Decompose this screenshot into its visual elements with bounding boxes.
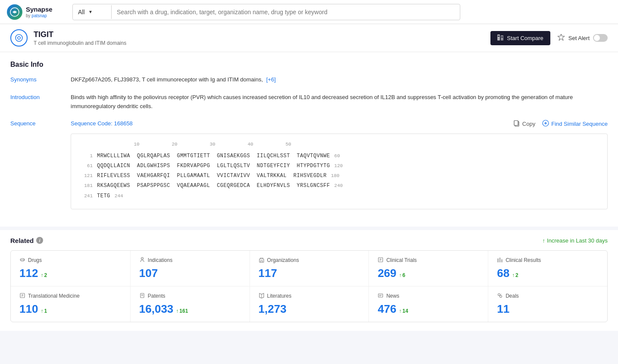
sequence-code-link[interactable]: Sequence Code: 168658 bbox=[71, 119, 133, 128]
clinical-results-increase: ↑ 2 bbox=[512, 272, 518, 278]
clinical-results-label: Clinical Results bbox=[506, 257, 541, 263]
entity-subtitle: T cell immunoglobulin and ITIM domains bbox=[34, 40, 126, 46]
related-cell-news[interactable]: News 476 ↑ 14 bbox=[368, 286, 488, 322]
indications-icon bbox=[139, 257, 145, 264]
translational-icon bbox=[19, 292, 25, 300]
filter-select-input[interactable]: All bbox=[78, 9, 85, 16]
svg-rect-3 bbox=[501, 35, 503, 40]
main-content: Basic Info Synonyms DKFZp667A205, FLJ398… bbox=[0, 52, 618, 227]
synonyms-label: Synonyms bbox=[10, 75, 71, 84]
related-cell-organizations[interactable]: Organizations 117 bbox=[250, 251, 369, 286]
news-count: 476 bbox=[378, 302, 396, 316]
clinical-trials-count: 269 bbox=[378, 267, 396, 280]
svg-point-12 bbox=[142, 258, 143, 259]
svg-rect-18 bbox=[497, 258, 499, 262]
svg-rect-4 bbox=[498, 36, 499, 37]
compare-label: Start Compare bbox=[507, 35, 543, 41]
start-compare-button[interactable]: Start Compare bbox=[490, 31, 550, 45]
related-header: Related i ↑ Increase in Last 30 days bbox=[10, 237, 608, 244]
synonyms-text: DKFZp667A205, FLJ39873, T cell immunorec… bbox=[71, 76, 263, 83]
patents-increase: ↑ 161 bbox=[176, 308, 188, 314]
drugs-icon bbox=[19, 257, 25, 264]
search-input[interactable] bbox=[117, 4, 455, 20]
clinical-results-icon bbox=[497, 257, 503, 264]
synonyms-more-link[interactable]: [+6] bbox=[266, 76, 276, 83]
deals-count: 11 bbox=[497, 302, 509, 316]
search-input-wrap bbox=[112, 4, 460, 20]
svg-point-1 bbox=[16, 34, 22, 41]
patents-label: Patents bbox=[148, 293, 165, 299]
seq-line-5: 241 TETG 244 bbox=[80, 192, 599, 200]
introduction-row: Introduction Binds with high affinity to… bbox=[10, 93, 608, 111]
svg-rect-7 bbox=[514, 121, 518, 125]
related-cell-drugs[interactable]: Drugs 112 ↑ 2 bbox=[11, 251, 130, 286]
entity-icon bbox=[10, 29, 28, 47]
copy-icon bbox=[514, 120, 520, 128]
related-cell-clinical-results[interactable]: Clinical Results 68 ↑ 2 bbox=[488, 251, 607, 286]
logo-icon bbox=[7, 4, 22, 20]
copy-button[interactable]: Copy bbox=[514, 120, 535, 128]
set-alert-label: Set Alert bbox=[568, 35, 590, 41]
organizations-count: 117 bbox=[259, 267, 277, 280]
synonyms-row: Synonyms DKFZp667A205, FLJ39873, T cell … bbox=[10, 75, 608, 84]
entity-header: TIGIT T cell immunoglobulin and ITIM dom… bbox=[0, 24, 618, 52]
clinical-trials-icon bbox=[378, 257, 384, 264]
find-similar-icon bbox=[542, 120, 549, 128]
basic-info-title: Basic Info bbox=[10, 61, 608, 68]
seq-line-3: 121 RIFLEVLESS VAEHGARFQI PLLGAMAATL VVI… bbox=[80, 172, 599, 180]
clinical-trials-increase: ↑ 6 bbox=[399, 272, 406, 278]
translational-label: Translational Medicine bbox=[28, 293, 80, 299]
introduction-label: Introduction bbox=[10, 93, 71, 111]
find-similar-button[interactable]: Find Similar Sequence bbox=[542, 120, 608, 128]
seq-line-1: 1 MRWCLLLIWA QGLRQAPLAS GMMTGTIETT GNISA… bbox=[80, 152, 599, 160]
organizations-icon bbox=[259, 257, 265, 264]
sequence-display: 10 20 30 40 50 1 MRWCLLLIWA QGLRQAPLAS G… bbox=[71, 134, 608, 209]
patents-count: 16,033 bbox=[139, 302, 174, 316]
arrow-up-icon: ↑ bbox=[543, 237, 546, 244]
sequence-ruler: 10 20 30 40 50 bbox=[80, 141, 599, 149]
drugs-label: Drugs bbox=[28, 257, 42, 263]
news-icon bbox=[378, 292, 384, 300]
news-increase: ↑ 14 bbox=[399, 308, 408, 314]
introduction-text: Binds with high affinity to the poliovir… bbox=[71, 93, 608, 111]
clinical-trials-label: Clinical Trials bbox=[386, 257, 417, 263]
app-header: Synapse by patsnap All ▼ bbox=[0, 0, 618, 24]
increase-text: ↑ Increase in Last 30 days bbox=[543, 237, 608, 244]
chevron-down-icon: ▼ bbox=[88, 9, 93, 14]
entity-title: TIGIT bbox=[34, 30, 126, 39]
find-similar-label: Find Similar Sequence bbox=[551, 121, 608, 127]
set-alert-control: Set Alert bbox=[557, 34, 608, 42]
set-alert-icon bbox=[557, 34, 565, 42]
deals-label: Deals bbox=[506, 293, 519, 299]
seq-line-4: 181 RKSAGQEEWS PSAPSPPGSC VQAEAAPAGL CGE… bbox=[80, 182, 599, 190]
sequence-label: Sequence bbox=[10, 119, 71, 209]
related-cell-deals[interactable]: Deals 11 bbox=[488, 286, 607, 322]
indications-count: 107 bbox=[139, 267, 158, 280]
drugs-count: 112 bbox=[19, 267, 38, 280]
related-cell-indications[interactable]: Indications 107 bbox=[130, 251, 250, 286]
alert-toggle[interactable] bbox=[593, 34, 608, 42]
news-label: News bbox=[386, 293, 399, 299]
sequence-row: Sequence Sequence Code: 168658 Copy bbox=[10, 119, 608, 209]
related-grid: Drugs 112 ↑ 2 Indications 107 bbox=[10, 250, 608, 322]
synonyms-value: DKFZp667A205, FLJ39873, T cell immunorec… bbox=[71, 75, 608, 84]
clinical-results-count: 68 bbox=[497, 267, 509, 280]
literatures-label: Literatures bbox=[267, 293, 292, 299]
related-title-text: Related bbox=[10, 237, 34, 244]
translational-count: 110 bbox=[19, 302, 38, 316]
organizations-label: Organizations bbox=[267, 257, 299, 263]
related-cell-patents[interactable]: Patents 16,033 ↑ 161 bbox=[130, 286, 250, 322]
related-cell-translational[interactable]: Translational Medicine 110 ↑ 1 bbox=[11, 286, 130, 322]
indications-label: Indications bbox=[148, 257, 172, 263]
related-section: Related i ↑ Increase in Last 30 days Dru… bbox=[0, 227, 618, 331]
svg-rect-19 bbox=[499, 258, 501, 262]
logo-sub: by patsnap bbox=[26, 13, 53, 19]
related-cell-clinical-trials[interactable]: Clinical Trials 269 ↑ 6 bbox=[368, 251, 488, 286]
literatures-count: 1,273 bbox=[259, 302, 287, 316]
related-cell-literatures[interactable]: Literatures 1,273 bbox=[250, 286, 369, 322]
seq-line-2: 61 QQDQLLAICN ADLGWHISPS FKDRVAPGPG LGLT… bbox=[80, 162, 599, 170]
related-info-icon[interactable]: i bbox=[36, 237, 43, 244]
literatures-icon bbox=[259, 292, 265, 300]
filter-dropdown[interactable]: All ▼ bbox=[73, 5, 112, 19]
logo: Synapse by patsnap bbox=[7, 4, 67, 20]
